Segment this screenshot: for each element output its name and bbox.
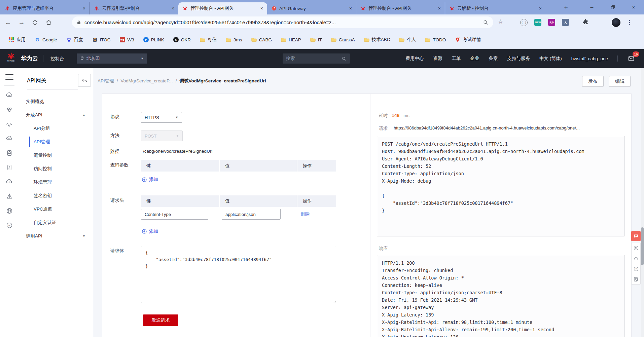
scrollbar-thumb[interactable] (641, 227, 644, 265)
delete-header-link[interactable]: 删除 (300, 211, 310, 217)
sidebar-item-调用API[interactable]: 调用API▼ (19, 229, 93, 243)
profile-avatar[interactable] (612, 18, 620, 27)
help-question-icon[interactable]: ? (633, 266, 639, 272)
sidebar-item-流量控制[interactable]: 流量控制 (19, 149, 93, 162)
bookmark-item[interactable]: ITOC (92, 37, 111, 42)
bookmark-item[interactable]: 技术ABC (364, 37, 390, 43)
bookmark-item[interactable]: PPLINK (143, 37, 164, 42)
browser-tab[interactable]: 云容器引擎-控制台× (90, 2, 178, 14)
sidebar-item-签名密钥[interactable]: 签名密钥 (19, 189, 93, 202)
tab-close-icon[interactable]: × (349, 6, 353, 11)
console-nav-item[interactable]: 费用中心 (405, 55, 424, 62)
back-button[interactable]: ← (4, 18, 12, 27)
global-network-icon[interactable] (5, 207, 13, 215)
header-key-input[interactable]: Content-Type (141, 209, 208, 220)
cloud-media-icon[interactable] (5, 178, 13, 186)
tab-close-icon[interactable]: × (437, 6, 441, 11)
forward-button[interactable]: → (17, 18, 26, 27)
zoom-magnifier-icon[interactable] (483, 20, 489, 25)
add-query-param-link[interactable]: 添加 (142, 177, 158, 183)
request-body-textarea[interactable]: { "assetId":"3d3b40c78f718f025c001716448… (141, 246, 336, 303)
header-value-input[interactable]: application/json (222, 209, 281, 220)
browser-tab[interactable]: 管理控制台 - API网关× (178, 2, 267, 14)
maximize-button[interactable] (602, 0, 623, 14)
sidebar-item-环境管理[interactable]: 环境管理 (19, 176, 93, 189)
bookmark-item[interactable]: CABG (251, 37, 272, 42)
bookmark-item[interactable]: GGoogle (35, 37, 57, 42)
bookmark-item[interactable]: 个人 (399, 37, 416, 43)
sidebar-item-访问控制[interactable]: 访问控制 (19, 162, 93, 176)
browser-tab[interactable]: 管理控制台 - API网关× (356, 2, 445, 14)
sidebar-item-开放API[interactable]: 开放API▲ (19, 108, 93, 122)
cloud-network-icon[interactable] (5, 135, 13, 143)
edit-button[interactable]: 编辑 (609, 76, 631, 87)
server-card-icon[interactable] (5, 163, 13, 172)
bookmark-item[interactable]: 考试详情 (455, 37, 481, 43)
bookmark-item[interactable]: HEAP (281, 37, 301, 42)
page-scrollbar[interactable] (641, 68, 644, 337)
bookmark-star-icon[interactable]: ☆ (498, 18, 503, 25)
browser-tab[interactable]: API Gateway× (267, 2, 356, 14)
console-nav-item[interactable]: 工单 (452, 55, 461, 62)
sidebar-item-自定义认证[interactable]: 自定义认证 (19, 216, 93, 229)
resource-group-icon[interactable] (5, 106, 13, 114)
breadcrumb-api-group[interactable]: VodMgrService_createP... (121, 78, 173, 83)
sidebar-item-API管理[interactable]: API管理 (19, 135, 93, 149)
publish-button[interactable]: 发布 (582, 76, 604, 87)
ip-address-icon[interactable]: IP (5, 221, 13, 229)
breadcrumb-api-management[interactable]: API管理 (98, 78, 114, 83)
bookmark-item[interactable]: w3W3 (120, 37, 134, 42)
prism-icon[interactable] (5, 192, 13, 200)
rp-extension-icon[interactable]: RP (548, 19, 555, 26)
survey-edit-icon[interactable] (633, 276, 639, 282)
send-request-button[interactable]: 发送请求 (143, 314, 178, 326)
browser-tab[interactable]: 云解析 - 控制台× (445, 2, 546, 14)
new-tab-button[interactable]: + (561, 3, 571, 12)
bookmark-item[interactable]: 百度 (66, 37, 83, 43)
feedback-chat-button[interactable] (631, 231, 641, 241)
console-search-input[interactable]: 搜索 (283, 53, 350, 64)
huawei-logo[interactable]: HUAWEI (6, 51, 16, 62)
tab-close-icon[interactable]: × (260, 6, 264, 11)
hamburger-menu-icon[interactable] (5, 74, 13, 80)
tab-close-icon[interactable]: × (171, 6, 175, 11)
protocol-select[interactable]: HTTPS ▼ (141, 112, 182, 123)
console-nav-item[interactable]: 备案 (489, 55, 498, 62)
messages-button[interactable]: 16 (627, 55, 635, 62)
console-nav-item[interactable]: 资源 (433, 55, 442, 62)
bookmark-item[interactable]: 可信 (200, 37, 217, 43)
minimize-button[interactable]: – (581, 0, 602, 14)
account-menu[interactable]: hwstaff_cabg_one (571, 56, 608, 61)
support-headset-icon[interactable] (633, 256, 639, 261)
bookmark-item[interactable]: 应用 (9, 37, 26, 43)
close-window-button[interactable]: × (623, 0, 644, 14)
collapse-sidenav-button[interactable] (78, 74, 91, 87)
cloud-server-icon[interactable] (5, 91, 13, 99)
console-nav-item[interactable]: 中文 (简体) (539, 55, 562, 62)
sidebar-item-实例概览[interactable]: 实例概览 (19, 95, 93, 108)
braces-extension-icon[interactable]: {…} (520, 19, 528, 26)
console-link[interactable]: 控制台 (50, 56, 64, 62)
bookmark-item[interactable]: 3ms (226, 37, 242, 42)
browser-tab[interactable]: 应用管理与运维平台× (1, 2, 90, 14)
console-nav-item[interactable]: 企业 (470, 55, 479, 62)
region-selector[interactable]: 北京四 ▼ (77, 53, 147, 64)
reload-button[interactable] (31, 18, 39, 27)
add-header-link[interactable]: 添加 (142, 228, 158, 234)
device-cloud-icon[interactable] (5, 149, 13, 157)
tab-close-icon[interactable]: × (538, 6, 542, 11)
feedback-smile-icon[interactable] (633, 245, 639, 251)
address-bar[interactable]: console.huaweicloud.com/apig/?agencyId=0… (72, 16, 493, 28)
tab-close-icon[interactable]: × (82, 6, 86, 11)
bookmark-item[interactable]: TODO (425, 37, 446, 42)
new-extension-icon[interactable]: NEW (534, 19, 541, 26)
bookmark-item[interactable]: SOKR (173, 37, 191, 42)
bookmark-item[interactable]: GaussA (331, 37, 355, 42)
sidebar-item-API分组[interactable]: API分组 (19, 122, 93, 135)
browser-menu-icon[interactable]: ⋮ (627, 19, 632, 26)
pdf-extension-icon[interactable] (562, 19, 569, 26)
sidebar-item-VPC通道[interactable]: VPC通道 (19, 202, 93, 216)
waveform-icon[interactable] (5, 120, 13, 128)
puzzle-extensions-icon[interactable] (582, 18, 589, 27)
console-nav-item[interactable]: 支持与服务 (507, 55, 530, 62)
